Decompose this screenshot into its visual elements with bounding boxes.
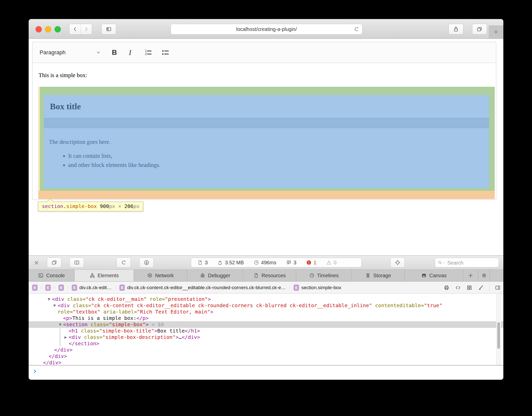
dom-tree-row[interactable]: </div> <box>29 359 503 366</box>
tooltip-height: 206 <box>124 203 133 209</box>
disclosure-open-icon[interactable]: ▼ <box>48 296 50 302</box>
element-badge: E <box>72 285 77 291</box>
search-input[interactable] <box>447 258 497 268</box>
chevron-down-icon[interactable] <box>96 50 101 55</box>
print-button[interactable] <box>444 285 450 291</box>
stat-error-badge[interactable]: 1 <box>306 260 316 266</box>
editor-editable-area[interactable]: This is a simple box: Box title The desc… <box>32 63 496 200</box>
resources-tab-icon <box>253 273 259 278</box>
stat-clock: 496ms <box>254 260 276 266</box>
breadcrumb-item[interactable]: E <box>59 285 64 291</box>
numbered-list-button[interactable]: 12 <box>144 48 152 57</box>
add-tab-button[interactable] <box>463 270 478 281</box>
dom-token: = $0 <box>149 321 164 327</box>
element-picker-button[interactable] <box>390 257 405 268</box>
sidebar-button[interactable] <box>101 24 116 34</box>
breadcrumb-chevron-icon <box>66 285 69 290</box>
dom-token: aria-label= <box>100 309 137 315</box>
console-prompt-chevron-icon <box>33 368 37 374</box>
share-button[interactable] <box>449 24 463 34</box>
breadcrumb-item[interactable]: Ediv.ck.ck-edit… <box>72 285 112 291</box>
tab-timelines[interactable]: Timelines <box>296 270 352 281</box>
breadcrumb-label: div.ck.ck-content.ck-editor__editable.ck… <box>127 285 286 290</box>
stat-warning-triangle[interactable]: 0 <box>326 260 336 266</box>
tab-overview-button[interactable] <box>472 24 487 34</box>
tab-elements[interactable]: Elements <box>75 270 134 281</box>
close-window-button[interactable] <box>36 26 42 32</box>
dom-tree-row[interactable]: ▼<div class="ck ck-content ck-editor__ed… <box>29 302 503 309</box>
details-sidebar-button[interactable] <box>495 285 501 291</box>
dom-scrollbar[interactable] <box>496 294 501 365</box>
dom-token: </div> <box>43 359 61 366</box>
disclosure-closed-icon[interactable]: ▶ <box>64 334 67 340</box>
stat-value: 3 <box>294 260 296 266</box>
simple-box-description: The description goes here. It can contai… <box>44 128 489 188</box>
tab-debugger[interactable]: Debugger <box>187 270 243 281</box>
close-inspector-button[interactable] <box>33 259 40 266</box>
dom-tree-row[interactable]: ▼<section class="simple-box"> = $0 <box>29 321 503 328</box>
dom-token: contenteditable= <box>372 302 424 308</box>
console-prompt[interactable] <box>29 366 503 380</box>
back-button[interactable] <box>69 24 81 34</box>
speech-bubble-icon <box>286 260 292 265</box>
grid-overlay-button[interactable] <box>466 285 472 291</box>
warning-triangle-icon <box>326 260 332 265</box>
styles-button[interactable] <box>478 285 484 291</box>
chevron-right-icon <box>83 26 89 32</box>
dom-tree-row[interactable]: </section> <box>29 340 503 347</box>
tab-resources[interactable]: Resources <box>243 270 296 281</box>
disclosure-open-icon[interactable]: ▼ <box>53 302 56 309</box>
breadcrumb-item[interactable]: E <box>45 285 51 291</box>
tab-canvas[interactable]: Canvas <box>405 270 463 281</box>
breadcrumb-item[interactable]: Esection.simple-box <box>294 285 341 291</box>
dom-token: <div <box>69 334 81 340</box>
stat-value: 3.52 MB <box>225 260 244 266</box>
tab-console[interactable]: Console <box>29 270 75 281</box>
dom-tree-row[interactable]: <h1 class="simple-box-title">Box title</… <box>29 328 503 334</box>
split-console-button[interactable] <box>69 257 84 268</box>
dom-scrollbar-thumb[interactable] <box>497 322 500 349</box>
zoom-window-button[interactable] <box>55 26 61 32</box>
italic-button[interactable]: I <box>129 48 131 57</box>
timelines-tab-icon <box>309 273 315 278</box>
download-icon <box>144 259 150 266</box>
dom-token: <section <box>63 321 87 327</box>
address-bar[interactable]: localhost/creating-a-plugin/ <box>171 24 362 34</box>
breadcrumb-chevron-icon <box>114 285 117 290</box>
element-badge: E <box>119 285 125 291</box>
show-source-button[interactable] <box>455 285 461 291</box>
disclosure-open-icon[interactable]: ▼ <box>59 321 61 328</box>
breadcrumb-item[interactable]: Ediv.ck.ck-content.ck-editor__editable.c… <box>119 285 286 291</box>
gear-icon <box>481 272 487 279</box>
dom-token: "simple-box" <box>109 321 146 327</box>
minimize-window-button[interactable] <box>45 26 51 32</box>
download-page-button[interactable] <box>139 257 154 268</box>
tab-storage[interactable]: Storage <box>352 270 405 281</box>
dom-token: "simple-box-title" <box>99 328 154 334</box>
stat-speech-bubble[interactable]: 3 <box>286 260 296 266</box>
box-bullet-list: It can contain lists,and other block ele… <box>44 151 489 170</box>
dom-tree-row[interactable]: ▶<div class="simple-box-description">…</… <box>29 334 503 340</box>
tab-network[interactable]: Network <box>134 270 187 281</box>
debugger-tab-icon <box>200 273 205 278</box>
dom-token: "ck ck-editor__main" <box>85 296 147 302</box>
browser-toolbar: localhost/creating-a-plugin/ <box>29 19 503 39</box>
dom-tree-row[interactable]: <p>This is a simple box:</p> <box>29 315 503 321</box>
dom-tree-row[interactable]: role="textbox" aria-label="Rich Text Edi… <box>29 309 503 315</box>
inspector-reload-button[interactable] <box>116 257 131 268</box>
paragraph-dropdown[interactable]: Paragraph <box>40 49 66 56</box>
settings-button[interactable] <box>478 270 490 281</box>
dom-tree-row[interactable]: ▼<div class="ck ck-editor__main" role="p… <box>29 296 503 302</box>
reload-icon[interactable] <box>353 26 360 32</box>
dom-tree-row[interactable]: </div> <box>29 347 503 353</box>
breadcrumb-item[interactable]: E <box>32 285 38 291</box>
dock-side-button[interactable] <box>47 257 61 268</box>
bulleted-list-button[interactable] <box>161 48 169 57</box>
dom-token: "Rich Text Editor, main" <box>137 309 210 315</box>
dom-tree-row[interactable]: </div> <box>29 353 503 359</box>
new-tab-button[interactable] <box>489 25 503 39</box>
stat-value: 0 <box>334 260 336 266</box>
box-title: Box title <box>44 102 81 111</box>
bold-button[interactable]: B <box>112 48 117 57</box>
forward-button[interactable] <box>81 24 92 34</box>
